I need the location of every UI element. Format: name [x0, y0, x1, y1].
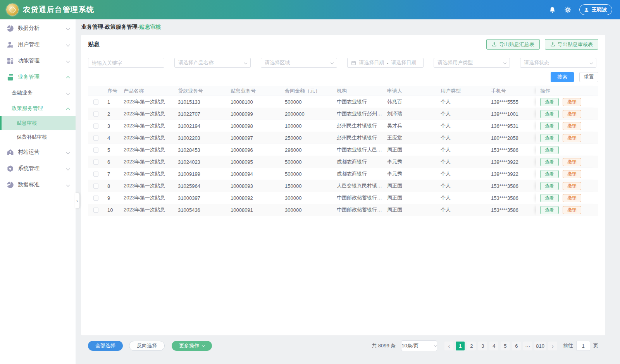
col-header-org: 机构	[333, 88, 383, 94]
status-select[interactable]: 请选择状态	[520, 58, 596, 68]
sidebar-item-system-management[interactable]: 系统管理	[0, 160, 76, 177]
select-all-button[interactable]: 全部选择	[88, 341, 123, 351]
user-type-select[interactable]: 请选择用户类型	[434, 58, 510, 68]
view-button[interactable]: 查看	[540, 122, 559, 130]
row-checkbox[interactable]	[93, 208, 98, 213]
chevron-down-icon	[244, 61, 247, 64]
page-button-6[interactable]: 6	[512, 342, 521, 350]
user-menu[interactable]: 王晓波	[579, 4, 612, 15]
view-button[interactable]: 查看	[540, 110, 559, 118]
view-button[interactable]: 查看	[540, 182, 559, 190]
product-select[interactable]: 请选择产品名称	[174, 58, 251, 68]
page-button-810[interactable]: 810	[534, 342, 546, 350]
goto-suffix: 页	[593, 342, 598, 349]
sidebar-collapse-handle[interactable]: ‹	[75, 193, 79, 208]
notification-bell-icon[interactable]	[548, 6, 556, 14]
row-product: 2023年第一次贴息	[120, 182, 174, 189]
settings-gear-icon[interactable]	[564, 6, 572, 14]
pagination-pages: 123456···810	[455, 342, 547, 350]
total-count: 共 8099 条	[372, 342, 396, 349]
sidebar-item-user-management[interactable]: 用户管理	[0, 36, 76, 53]
view-button[interactable]: 查看	[540, 194, 559, 202]
sidebar-item-business-management[interactable]: 业务管理	[0, 69, 76, 85]
search-button[interactable]: 搜索	[551, 72, 574, 82]
date-range-picker[interactable]: 请选择日期 - 请选择日期	[347, 58, 424, 68]
row-checkbox[interactable]	[93, 184, 98, 189]
more-actions-button[interactable]: 更多操作	[172, 341, 212, 351]
revoke-button[interactable]: 撤销	[563, 158, 581, 166]
row-loan-no: 31002194	[174, 123, 227, 129]
reset-button[interactable]: 重置	[579, 72, 598, 82]
row-checkbox[interactable]	[93, 124, 98, 129]
row-subsidy-no: 10008099	[227, 111, 281, 117]
revoke-button[interactable]: 撤销	[563, 170, 581, 178]
pie-chart-icon	[7, 181, 14, 189]
revoke-button[interactable]: 撤销	[563, 98, 581, 106]
view-button[interactable]: 查看	[540, 134, 559, 142]
row-checkbox[interactable]	[93, 196, 98, 201]
revoke-button[interactable]: 撤销	[563, 182, 581, 190]
view-button[interactable]: 查看	[540, 158, 559, 166]
subsidy-card: 贴息 导出贴息汇总表 导出贴息审核表	[81, 35, 605, 335]
row-product: 2023年第一次贴息	[120, 146, 174, 153]
page-button-5[interactable]: 5	[501, 342, 510, 350]
sidebar-item-label: 系统管理	[18, 165, 40, 172]
table-row: 6 2023年第一次贴息 31024023 10008095 500000 成都…	[88, 156, 598, 168]
sidebar-item-data-analysis[interactable]: 数据分析	[0, 20, 76, 36]
page-size-select[interactable]: 10条/页	[401, 340, 437, 351]
sidebar-item-financial-business[interactable]: 金融业务	[0, 85, 76, 101]
row-product: 2023年第一次贴息	[120, 158, 174, 165]
sidebar-item-premium-subsidy-audit[interactable]: 保费补贴审核	[0, 130, 76, 144]
home-icon	[7, 148, 14, 156]
invert-select-button[interactable]: 反向选择	[129, 341, 165, 351]
chevron-down-icon	[66, 43, 70, 46]
view-button[interactable]: 查看	[540, 98, 559, 106]
page-button-2[interactable]: 2	[467, 342, 476, 350]
sidebar-item-policy-service[interactable]: 政策服务管理	[0, 101, 76, 116]
chevron-up-icon	[66, 76, 70, 80]
chevron-down-icon	[434, 344, 437, 347]
sidebar-item-function-management[interactable]: 功能管理	[0, 53, 76, 69]
export-audit-button[interactable]: 导出贴息审核表	[545, 39, 598, 50]
sidebar-item-subsidy-audit[interactable]: 贴息审核	[0, 116, 76, 130]
page-ellipsis[interactable]: ···	[523, 342, 532, 350]
row-checkbox[interactable]	[93, 148, 98, 153]
page-title: 贴息	[88, 41, 100, 48]
row-checkbox[interactable]	[93, 112, 98, 117]
row-checkbox[interactable]	[93, 160, 98, 165]
view-button[interactable]: 查看	[540, 206, 559, 214]
page-button-3[interactable]: 3	[478, 342, 487, 350]
revoke-button[interactable]: 撤销	[563, 134, 581, 142]
export-summary-button[interactable]: 导出贴息汇总表	[486, 39, 540, 50]
sidebar-item-data-standard[interactable]: 数据标准	[0, 177, 76, 193]
row-subsidy-no: 10008091	[227, 207, 281, 213]
sidebar-item-village-operation[interactable]: 村站运营	[0, 144, 76, 160]
row-checkbox[interactable]	[93, 100, 98, 105]
keyword-input[interactable]	[92, 60, 160, 66]
revoke-button[interactable]: 撤销	[563, 122, 581, 130]
app-header: 农贷通后台管理系统 王晓波	[0, 0, 620, 19]
revoke-button[interactable]: 撤销	[563, 206, 581, 214]
table-row: 4 2023年第一次贴息 31002203 10008097 250000 彭州…	[88, 132, 598, 144]
view-button[interactable]: 查看	[540, 170, 559, 178]
row-loan-no: 31025964	[174, 183, 227, 189]
chevron-down-icon	[66, 183, 70, 187]
row-product: 2023年第一次贴息	[120, 206, 174, 213]
revoke-button[interactable]: 撤销	[563, 194, 581, 202]
revoke-button[interactable]: 撤销	[563, 110, 581, 118]
row-checkbox[interactable]	[93, 172, 98, 177]
row-checkbox[interactable]	[93, 136, 98, 141]
row-product: 2023年第一次贴息	[120, 134, 174, 141]
region-select[interactable]: 请选择区域	[261, 58, 337, 68]
row-applicant: 周正国	[383, 206, 437, 213]
page-button-1[interactable]: 1	[456, 342, 465, 350]
col-header-phone: 手机号	[487, 88, 536, 94]
prev-page-button[interactable]: ‹	[444, 342, 453, 350]
goto-page-input[interactable]	[576, 341, 590, 351]
page-button-4[interactable]: 4	[489, 342, 498, 350]
breadcrumb-current: 贴息审核	[139, 24, 161, 31]
row-amount: 500000	[281, 159, 333, 165]
row-product: 2023年第一次贴息	[120, 170, 174, 177]
view-button[interactable]: 查看	[540, 146, 559, 154]
next-page-button[interactable]: ›	[548, 342, 557, 350]
